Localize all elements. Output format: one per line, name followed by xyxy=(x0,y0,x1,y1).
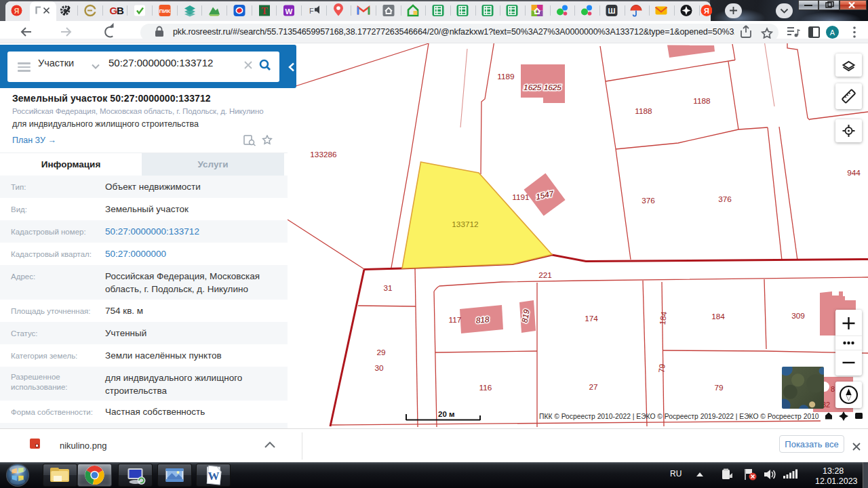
svg-text:133286: 133286 xyxy=(310,150,337,159)
svg-text:Ш: Ш xyxy=(608,7,615,15)
svg-text:174: 174 xyxy=(585,314,598,323)
svg-text:27: 27 xyxy=(589,382,597,392)
svg-text:309: 309 xyxy=(791,311,805,321)
svg-text:8: 8 xyxy=(831,385,835,393)
svg-text:221: 221 xyxy=(538,270,552,280)
svg-text:79: 79 xyxy=(656,363,667,373)
svg-text:A: A xyxy=(830,28,835,37)
svg-text:29: 29 xyxy=(376,348,385,357)
svg-text:B: B xyxy=(117,5,124,16)
svg-text:W: W xyxy=(208,470,220,483)
svg-text:ПКК © Росреестр 2010-2022 | ЕЭ: ПКК © Росреестр 2010-2022 | ЕЭКО © Росре… xyxy=(539,413,819,420)
svg-text:818: 818 xyxy=(475,314,490,325)
svg-text:ПИК: ПИК xyxy=(159,8,171,14)
svg-text:184: 184 xyxy=(658,310,669,325)
svg-text:1625 1625: 1625 1625 xyxy=(524,83,561,92)
svg-text:1188: 1188 xyxy=(693,96,711,106)
svg-text:F: F xyxy=(309,7,314,15)
svg-text:1191: 1191 xyxy=(512,192,529,202)
svg-text:Т: Т xyxy=(261,6,268,16)
svg-text:30: 30 xyxy=(374,363,384,373)
svg-text:W: W xyxy=(285,7,293,16)
svg-text:1188: 1188 xyxy=(635,106,652,116)
svg-text:133712: 133712 xyxy=(452,220,478,229)
svg-text:20 м: 20 м xyxy=(438,410,455,418)
svg-text:79: 79 xyxy=(714,383,723,392)
svg-text:Я: Я xyxy=(704,7,709,15)
svg-text:116: 116 xyxy=(479,383,492,392)
svg-text:117: 117 xyxy=(449,315,462,325)
svg-text:31: 31 xyxy=(383,283,392,293)
svg-text:376: 376 xyxy=(642,196,655,205)
svg-text:Я: Я xyxy=(14,7,20,15)
svg-text:1189: 1189 xyxy=(497,72,514,81)
svg-text:376: 376 xyxy=(718,195,732,204)
svg-text:184: 184 xyxy=(711,312,725,321)
